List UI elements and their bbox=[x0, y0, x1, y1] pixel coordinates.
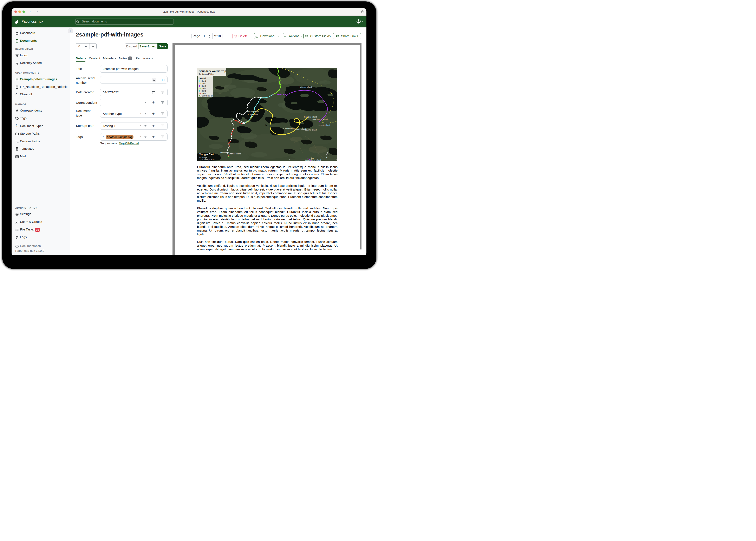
svg-text:Half Dog Island: Half Dog Island bbox=[304, 116, 317, 118]
svg-text:Lincoln Island: Lincoln Island bbox=[319, 124, 330, 126]
svg-text:©2017 Google: ©2017 Google bbox=[198, 157, 207, 159]
svg-text:Day 5: Day 5 bbox=[202, 90, 206, 92]
svg-text:Day 4: Day 4 bbox=[202, 87, 206, 90]
svg-text:Six days in BWCA: Six days in BWCA bbox=[199, 73, 214, 75]
svg-text:Boundary Waters Trip: Boundary Waters Trip bbox=[199, 70, 226, 73]
svg-text:Day 3: Day 3 bbox=[202, 85, 206, 87]
svg-text:Canoe Island: Canoe Island bbox=[283, 127, 294, 130]
svg-text:Google Earth: Google Earth bbox=[199, 153, 215, 156]
svg-text:Squirrel Island: Squirrel Island bbox=[305, 129, 317, 131]
svg-text:Text: Text bbox=[265, 124, 269, 127]
svg-text:3 mi: 3 mi bbox=[311, 157, 314, 159]
svg-text:Charlies Island: Charlies Island bbox=[229, 153, 241, 155]
svg-text:Norway Island: Norway Island bbox=[294, 128, 306, 130]
svg-text:Day 6: Day 6 bbox=[202, 92, 206, 94]
svg-text:Mile Island: Mile Island bbox=[220, 152, 229, 154]
svg-text:Entry Point 24: Entry Point 24 bbox=[202, 95, 213, 97]
svg-text:Washington Island: Washington Island bbox=[312, 118, 328, 120]
svg-text:N: N bbox=[326, 157, 328, 159]
svg-text:Legend: Legend bbox=[199, 77, 206, 79]
svg-text:Gary Island: Gary Island bbox=[248, 114, 258, 116]
svg-text:Day 2: Day 2 bbox=[202, 83, 206, 85]
svg-text:Hausons Island: Hausons Island bbox=[299, 86, 312, 88]
svg-text:Day 1: Day 1 bbox=[202, 80, 206, 82]
svg-text:Image © 2017 DigitalGlobe: Image © 2017 DigitalGlobe bbox=[198, 159, 215, 161]
svg-text:New York Island: New York Island bbox=[246, 110, 259, 112]
